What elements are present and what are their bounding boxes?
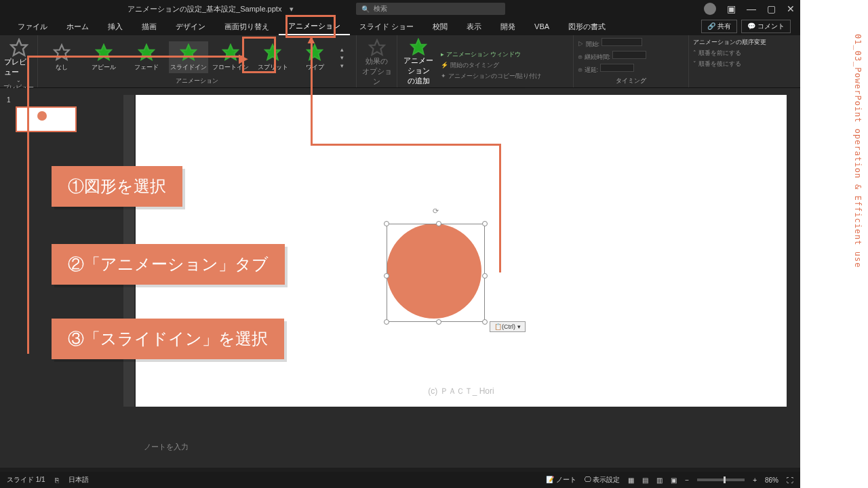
ribbon-group-advanced: アニメーション の追加⌄ ▸ アニメーション ウィンドウ ⚡ 開始のタイミング …	[397, 35, 574, 87]
search-box[interactable]: 🔍 検索	[356, 3, 505, 15]
thumb-shape	[37, 111, 47, 121]
view-normal-icon[interactable]: ▦	[628, 476, 634, 484]
arrow-2-v	[311, 38, 313, 145]
animation-painter-button[interactable]: ✦ アニメーションのコピー/貼り付け	[441, 72, 541, 81]
zoom-out[interactable]: −	[685, 476, 689, 484]
move-earlier-button[interactable]: ˄ 順番を前にする	[693, 49, 741, 58]
svg-marker-8	[370, 40, 384, 55]
maximize-icon[interactable]: ▢	[767, 3, 776, 14]
tab-insert[interactable]: 挿入	[98, 19, 132, 35]
duration-field[interactable]: ⊙ 継続時間:	[578, 51, 646, 62]
ribbon-right: 🔗 共有 💬 コメント	[692, 17, 800, 36]
dropdown-icon[interactable]: ▾	[290, 5, 294, 14]
tab-vba[interactable]: VBA	[525, 20, 559, 33]
arrow-2-v2	[499, 144, 501, 272]
view-sorter-icon[interactable]: ▤	[642, 476, 648, 484]
anim-split[interactable]: スプリット	[253, 41, 292, 73]
group-label-animation: アニメーション	[38, 77, 356, 87]
move-later-button[interactable]: ˅ 順番を後にする	[693, 60, 741, 68]
rotate-handle[interactable]: ⟳	[433, 207, 439, 216]
ribbon-group-timing: ▷ 開始: ⊙ 継続時間: ⊙ 遅延: タイミング	[574, 35, 689, 87]
tab-transition[interactable]: 画面切り替え	[215, 19, 279, 35]
search-placeholder: 検索	[374, 4, 387, 14]
share-button[interactable]: 🔗 共有	[701, 20, 737, 33]
statusbar: スライド 1/1 ⎘ 日本語 📝 ノート 🖵 表示設定 ▦ ▤ ▥ ▣ − + …	[0, 472, 800, 488]
tab-draw[interactable]: 描画	[132, 19, 166, 35]
ribbon-group-effect: 効果の オプション	[357, 35, 397, 87]
gallery-more[interactable]: ▴▾▾	[340, 46, 352, 69]
svg-marker-6	[265, 45, 280, 60]
close-icon[interactable]: ✕	[787, 3, 795, 14]
titlebar: アニメーションの設定_基本設定_Sample.pptx ▾ 🔍 検索 ▣ — ▢…	[0, 0, 800, 18]
window-controls: ▣ — ▢ ✕	[704, 3, 795, 15]
tab-home[interactable]: ホーム	[57, 19, 98, 35]
minimize-icon[interactable]: —	[747, 3, 756, 14]
svg-marker-9	[411, 39, 426, 54]
arrow-2-head: ▲	[305, 33, 317, 47]
thumb-number: 1	[7, 96, 117, 104]
view-slideshow-icon[interactable]: ▣	[671, 476, 677, 484]
slide-thumbnail-1[interactable]	[16, 106, 77, 132]
display-settings[interactable]: 🖵 表示設定	[585, 475, 620, 485]
watermark: (c) ＰＡＣＴ_ Hori	[428, 386, 494, 397]
tab-file[interactable]: ファイル	[8, 19, 57, 35]
accessibility-icon[interactable]: ⎘	[55, 476, 59, 484]
tab-slideshow[interactable]: スライド ショー	[350, 19, 423, 35]
callout-2: ②「アニメーション」タブ	[52, 244, 285, 285]
tab-develop[interactable]: 開発	[491, 19, 525, 35]
trigger-button[interactable]: ⚡ 開始のタイミング	[441, 61, 541, 70]
ribbon-options-icon[interactable]: ▣	[727, 3, 736, 14]
start-field[interactable]: ▷ 開始:	[578, 38, 642, 49]
group-label-timing: タイミング	[574, 77, 688, 87]
arrow-1-head: ▶	[239, 51, 248, 66]
user-avatar[interactable]	[704, 3, 716, 15]
zoom-slider[interactable]	[697, 479, 745, 481]
zoom-value[interactable]: 86%	[765, 476, 778, 484]
ribbon-group-preview: プレビュー ⌄ プレビュー	[0, 35, 38, 87]
star-icon	[9, 38, 28, 57]
delay-field[interactable]: ⊙ 遅延:	[578, 64, 634, 75]
ribbon: プレビュー ⌄ プレビュー なし アピール フェード スライドイン フロートイン…	[0, 35, 800, 88]
callout-3: ③「スライドイン」を選択	[52, 319, 284, 359]
animation-pane-button[interactable]: ▸ アニメーション ウィンドウ	[441, 50, 541, 59]
ribbon-tabs: ファイル ホーム 挿入 描画 デザイン 画面切り替え アニメーション スライド …	[0, 18, 800, 35]
tab-design[interactable]: デザイン	[166, 19, 215, 35]
paste-options-tag[interactable]: 📋(Ctrl) ▾	[490, 321, 526, 332]
reorder-label: アニメーションの順序変更	[693, 38, 766, 47]
svg-marker-7	[308, 45, 323, 60]
arrow-1-v	[27, 56, 29, 354]
status-lang[interactable]: 日本語	[68, 475, 89, 485]
arrow-1-h	[27, 56, 243, 58]
svg-marker-0	[11, 39, 26, 55]
notes-pane[interactable]: ノートを入力	[136, 434, 787, 468]
status-slide[interactable]: スライド 1/1	[7, 475, 45, 485]
search-icon: 🔍	[361, 5, 370, 13]
tab-view[interactable]: 表示	[457, 19, 491, 35]
ribbon-group-reorder: アニメーションの順序変更 ˄ 順番を前にする ˅ 順番を後にする	[689, 35, 791, 87]
view-reading-icon[interactable]: ▥	[656, 476, 663, 484]
notes-toggle[interactable]: 📝 ノート	[546, 475, 576, 485]
side-caption: 01_03_PowerPoint operation & Efficient u…	[853, 34, 863, 268]
notes-placeholder: ノートを入力	[144, 443, 189, 451]
zoom-in[interactable]: +	[753, 476, 757, 484]
effect-options-button[interactable]: 効果の オプション	[361, 39, 393, 87]
tab-review[interactable]: 校閲	[423, 19, 457, 35]
selection-box: ⟳	[387, 224, 485, 322]
arrow-2-h	[311, 144, 500, 146]
comment-button[interactable]: 💬 コメント	[741, 20, 791, 33]
file-title: アニメーションの設定_基本設定_Sample.pptx	[127, 4, 281, 14]
fit-icon[interactable]: ⛶	[787, 476, 793, 484]
tab-shapeformat[interactable]: 図形の書式	[559, 19, 615, 35]
callout-1: ①図形を選択	[52, 166, 182, 207]
add-animation-button[interactable]: アニメーション の追加⌄	[401, 38, 435, 92]
